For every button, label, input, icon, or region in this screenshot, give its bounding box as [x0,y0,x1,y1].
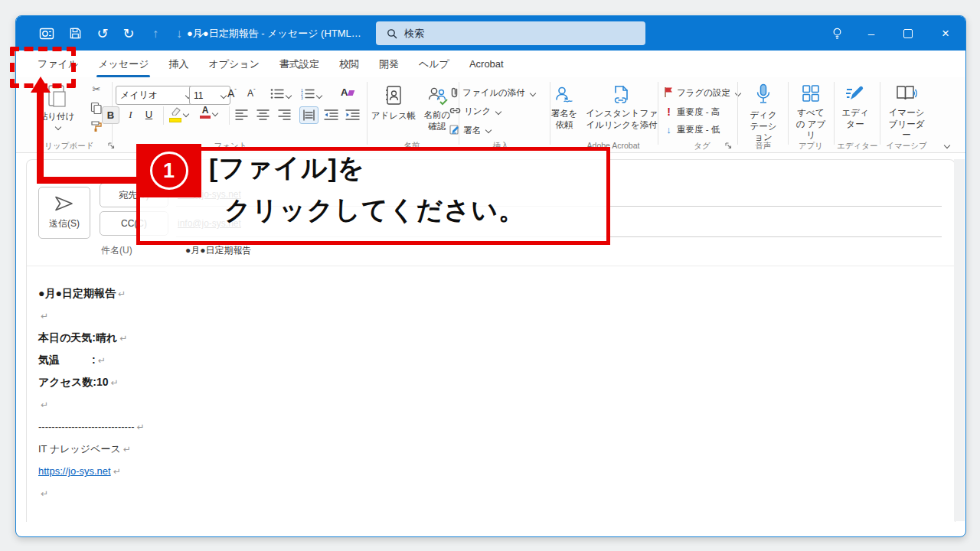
request-signatures-label: 署名を依頼 [547,108,581,130]
chevron-down-icon [735,90,741,96]
ribbon-tab[interactable]: 開発 [369,51,409,77]
return-mark-icon: ↵ [41,311,48,321]
distribute-text-icon[interactable] [299,106,318,124]
ribbon-tab[interactable]: ヘルプ [409,51,459,77]
ribbon-tab[interactable]: オプション [198,51,270,77]
ribbon-tab[interactable]: メッセージ [88,51,158,77]
window-title: ●月●日定期報告 - メッセージ (HTML… [187,16,361,51]
outlook-app-icon[interactable] [38,16,56,51]
send-button[interactable]: 送信(S) [38,187,90,239]
group-divider [880,82,880,145]
importance-high-button[interactable]: ! 重要度 - 高 [664,106,720,118]
maximize-icon [903,29,913,38]
cut-icon[interactable]: ✂ [90,83,103,95]
font-color-button[interactable]: A [200,106,217,119]
format-painter-icon[interactable] [90,119,103,133]
move-up-icon[interactable]: ↑ [145,16,166,51]
font-size-select[interactable]: 11 [189,86,230,105]
importance-low-button[interactable]: ↓ 重要度 - 低 [664,124,720,135]
group-divider [658,82,658,145]
return-mark-icon: ↵ [119,333,127,344]
grow-font-button[interactable]: Aˆ [227,87,237,99]
message-body[interactable]: ●月●日定期報告↵ ↵ 本日の天気:晴れ↵ 気温 :↵ [38,282,939,504]
font-color-bar [200,116,211,119]
chevron-down-icon [220,92,227,98]
font-color-letter: A [202,106,209,115]
bold-button[interactable]: B [102,106,119,124]
link-button[interactable]: リンク [449,106,501,117]
small-divider [229,106,230,125]
search-icon [387,28,397,39]
group-divider [367,82,368,145]
highlighter-icon [170,106,181,117]
numbering-button[interactable]: 123 [301,88,322,101]
immersive-group-label: イマーシブ [883,141,930,152]
dictate-button[interactable]: ディクテーション [742,83,785,143]
all-apps-label: すべて の アプリ [792,107,829,140]
return-mark-icon: ↵ [118,289,126,299]
all-apps-button[interactable]: すべて の アプリ [791,83,831,141]
increase-indent-icon[interactable] [345,109,360,122]
ribbon-tab[interactable]: 書式設定 [270,51,329,77]
maximize-button[interactable] [891,16,925,51]
return-mark-icon: ↵ [41,488,48,499]
align-right-icon[interactable] [278,109,291,122]
undo-icon[interactable]: ↺ [92,16,113,51]
signature-pen-icon [449,124,460,136]
close-button[interactable]: × [929,16,962,51]
search-input[interactable]: 検索 [376,21,645,45]
ribbon-tab[interactable]: 校閲 [329,51,369,77]
body-line: 気温 :↵ [38,349,939,371]
dictate-label: ディクテーション [746,109,781,142]
annotation-arrowhead [31,77,51,93]
return-mark-icon: ↵ [41,399,48,410]
ribbon-tab[interactable]: Acrobat [459,51,514,77]
copy-icon[interactable] [90,102,102,116]
clear-formatting-button[interactable]: A [341,86,354,98]
address-book-button[interactable]: アドレス帳 [370,85,417,122]
titlebar: ↺ ↻ ↑ ↓ ●月●日定期報告 - メッセージ (HTML… 検索 – × [16,16,965,51]
chevron-down-icon [54,124,60,130]
signature-button[interactable]: 署名 [449,124,491,136]
shrink-font-button[interactable]: Aˇ [247,87,256,99]
collapse-ribbon-chevron-icon[interactable] [942,142,949,151]
attach-instant-link-button[interactable]: インスタントファイルリンクを添付 [584,85,659,130]
save-icon[interactable] [65,16,85,51]
chevron-down-icon [286,93,292,99]
tell-me-lightbulb-icon[interactable] [820,16,854,51]
align-left-icon[interactable] [235,109,248,122]
chevron-down-icon [212,110,218,116]
editor-label: エディター [840,107,871,129]
subject-input[interactable]: ●月●日定期報告 [185,244,252,257]
ribbon-tab[interactable]: 挿入 [158,51,198,77]
immersive-reader-button[interactable]: イマーシブリーダー [883,83,930,141]
annotation-text-line2: クリックしてください。 [224,193,525,228]
redo-icon[interactable]: ↻ [118,16,139,51]
italic-button[interactable]: I [122,106,139,122]
scrollbar-track[interactable] [954,159,965,521]
file-link-icon [612,85,631,107]
annotation-arrow-vertical [37,91,44,181]
font-name-select[interactable]: メイリオ [116,86,195,105]
return-mark-icon: ↵ [113,466,121,477]
body-line: ↵ [38,305,939,327]
bullets-button[interactable] [270,88,291,101]
return-mark-icon: ↵ [123,444,131,455]
chevron-down-icon [485,127,492,133]
return-mark-icon: ↵ [98,355,106,366]
decrease-indent-icon[interactable] [324,109,338,122]
align-center-icon[interactable] [256,109,270,122]
svg-text:3: 3 [301,96,303,100]
highlight-color-button[interactable] [169,106,188,122]
attach-file-button[interactable]: ファイルの添付 [449,86,535,99]
tags-dialog-launcher-icon[interactable] [725,142,732,151]
paste-label: 貼り付け [39,111,75,122]
underline-button[interactable]: U [141,106,157,122]
flag-button[interactable]: フラグの設定 [664,86,740,99]
flag-icon [664,86,674,99]
annotation-arrow-horizontal [37,177,137,184]
request-signatures-button[interactable]: 署名を依頼 [544,85,584,130]
editor-button[interactable]: エディター [837,83,874,129]
minimize-button[interactable]: – [854,16,888,51]
immersive-reader-label: イマーシブリーダー [884,107,929,140]
